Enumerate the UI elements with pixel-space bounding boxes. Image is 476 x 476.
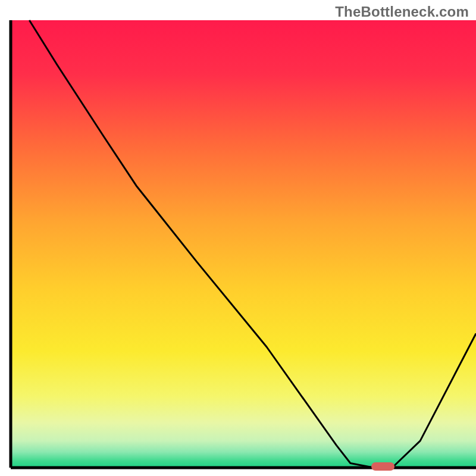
- gradient-background: [11, 20, 476, 468]
- optimal-marker: [371, 462, 394, 471]
- watermark-label: TheBottleneck.com: [335, 4, 469, 20]
- chart-container: TheBottleneck.com: [0, 0, 476, 476]
- bottleneck-chart: [0, 0, 476, 476]
